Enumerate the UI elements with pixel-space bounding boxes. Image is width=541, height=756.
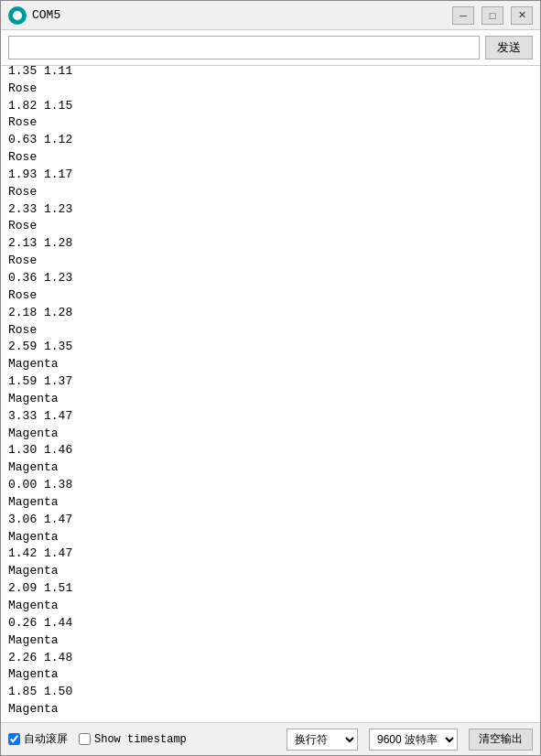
toolbar: 发送 <box>1 30 540 66</box>
window-controls: ─ □ ✕ <box>452 6 533 25</box>
serial-input[interactable] <box>8 36 480 59</box>
arduino-logo <box>8 6 27 25</box>
serial-output: Rose 1.35 1.11 Rose 1.82 1.15 Rose 0.63 … <box>1 66 540 722</box>
show-timestamp-label: Show timestamp <box>94 733 187 746</box>
clear-button[interactable]: 清空输出 <box>469 729 533 751</box>
show-timestamp-checkbox-label[interactable]: Show timestamp <box>79 733 187 746</box>
minimize-button[interactable]: ─ <box>452 6 474 25</box>
close-button[interactable]: ✕ <box>511 6 533 25</box>
baud-rate-select[interactable]: 300 1200 2400 4800 9600 波特率 19200 38400 … <box>369 729 458 751</box>
title-bar: COM5 ─ □ ✕ <box>1 1 540 30</box>
window: COM5 ─ □ ✕ 发送 Rose 1.35 1.11 Rose 1.82 1… <box>0 0 541 756</box>
auto-scroll-label: 自动滚屏 <box>24 731 68 747</box>
window-title: COM5 <box>32 8 452 22</box>
auto-scroll-checkbox-label[interactable]: 自动滚屏 <box>8 731 68 747</box>
arduino-logo-inner <box>13 11 22 20</box>
auto-scroll-checkbox[interactable] <box>8 733 20 745</box>
show-timestamp-checkbox[interactable] <box>79 733 91 745</box>
send-button[interactable]: 发送 <box>485 36 533 59</box>
maximize-button[interactable]: □ <box>481 6 503 25</box>
status-bar: 自动滚屏 Show timestamp 换行符 无行结尾 回车符 NL & CR… <box>1 722 540 755</box>
line-ending-select[interactable]: 换行符 无行结尾 回车符 NL & CR <box>287 729 358 751</box>
